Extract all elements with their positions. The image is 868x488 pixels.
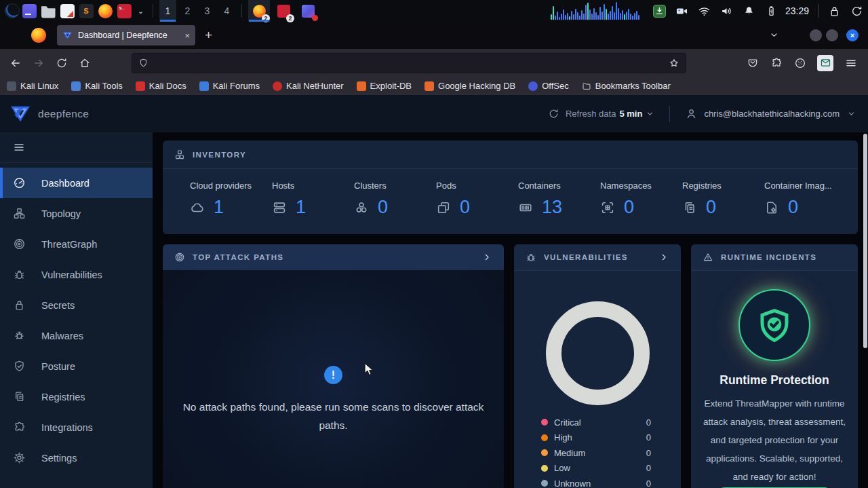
- workspace-4[interactable]: 4: [218, 0, 235, 22]
- tab-close-button[interactable]: ×: [184, 31, 190, 41]
- dashboard-content: INVENTORY Cloud providers1Hosts1Clusters…: [153, 132, 868, 488]
- brand-name: deepfence: [38, 108, 89, 120]
- inventory-stat-container-imag-[interactable]: Container Imag...0: [764, 181, 846, 218]
- sidebar-item-label: Secrets: [41, 300, 75, 311]
- inventory-stat-pods[interactable]: Pods0: [436, 181, 518, 218]
- inventory-stat-registries[interactable]: Registries0: [682, 181, 764, 218]
- stat-value: 0: [788, 197, 798, 218]
- legend-label: Low: [554, 463, 570, 473]
- volume-tray-icon[interactable]: [720, 5, 733, 18]
- workspace-2[interactable]: 2: [179, 0, 196, 22]
- launcher-expander-launcher-icon[interactable]: ⌄: [136, 4, 146, 18]
- bookmark-favicon: [357, 81, 366, 91]
- list-all-tabs-icon[interactable]: [769, 30, 779, 40]
- chevron-right-icon[interactable]: [658, 252, 669, 263]
- browser-menu-button[interactable]: [845, 57, 857, 69]
- notifications-tray-icon[interactable]: [743, 5, 755, 18]
- legend-row-medium: Medium0: [541, 445, 651, 461]
- extensions-icon[interactable]: [770, 57, 783, 69]
- sidebar-item-secrets[interactable]: Secrets: [0, 290, 153, 320]
- firefox-launcher-icon[interactable]: [98, 4, 113, 18]
- bookmark-offsec[interactable]: OffSec: [528, 81, 569, 91]
- inventory-stat-containers[interactable]: Containers13: [518, 181, 600, 218]
- sublime-launcher-icon[interactable]: S: [79, 4, 94, 18]
- mail-extension-button[interactable]: [817, 55, 833, 71]
- sidebar-item-malwares[interactable]: Malwares: [0, 320, 153, 351]
- browser-tab[interactable]: Dashboard | Deepfence ×: [57, 25, 195, 45]
- inventory-stat-hosts[interactable]: Hosts1: [272, 181, 354, 218]
- workspace-3[interactable]: 3: [199, 0, 216, 22]
- bookmark-exploit-db[interactable]: Exploit-DB: [357, 81, 412, 91]
- shield-check-icon: [756, 307, 793, 343]
- bookmark-kali-nethunter[interactable]: Kali NetHunter: [273, 81, 344, 91]
- bookmark-label: Kali Tools: [85, 81, 122, 91]
- sidebar-item-dashboard[interactable]: Dashboard: [0, 168, 153, 198]
- tracking-protection-shield-icon[interactable]: [138, 58, 149, 68]
- user-email: chris@blackhatethicalhacking.com: [704, 109, 840, 119]
- screenshot-tool-launcher-icon[interactable]: s_: [117, 4, 132, 18]
- kali-menu-launcher-icon[interactable]: [5, 3, 20, 18]
- app-header: deepfence Refresh data 5 min chris@black…: [0, 95, 868, 132]
- screenshot-tool-taskbar-button[interactable]: 2: [273, 0, 294, 22]
- sidebar-item-integrations[interactable]: Integrations: [0, 412, 153, 443]
- sidebar-collapse-icon[interactable]: [13, 141, 25, 153]
- browser-tab-bar: Dashboard | Deepfence × + ×: [0, 22, 868, 49]
- home-button[interactable]: [79, 57, 91, 69]
- bookmark-kali-tools[interactable]: Kali Tools: [71, 81, 122, 91]
- sidebar-item-posture[interactable]: Posture: [0, 351, 153, 381]
- sidebar-item-label: Dashboard: [41, 178, 90, 189]
- sidebar-item-threatgraph[interactable]: ThreatGraph: [0, 229, 153, 259]
- inventory-stat-namespaces[interactable]: Namespaces0: [600, 181, 682, 218]
- stat-value: 0: [706, 197, 716, 218]
- firefox-taskbar-button[interactable]: 2: [248, 0, 270, 22]
- battery-tray-icon[interactable]: [765, 5, 778, 18]
- workspace-1[interactable]: 1: [159, 0, 176, 22]
- cookie-extension-icon[interactable]: [794, 57, 806, 69]
- screen: Ss_⌄ 1234 22 23:29 Dashboard | Deepfence…: [0, 0, 868, 488]
- runtime-incidents-panel: RUNTIME INCIDENTS Runtime Protection Ext…: [691, 244, 858, 488]
- power-session-icon[interactable]: [850, 5, 863, 18]
- window-maximize-button[interactable]: [826, 29, 838, 41]
- url-bar[interactable]: [132, 53, 686, 73]
- chevron-right-icon[interactable]: [481, 252, 492, 263]
- system-top-bar: Ss_⌄ 1234 22 23:29: [0, 0, 868, 22]
- bookmarks-toolbar: Kali LinuxKali ToolsKali DocsKali Forums…: [0, 77, 868, 95]
- remote-window-taskbar-button[interactable]: [297, 0, 319, 22]
- chevron-down-icon: [847, 109, 856, 118]
- pocket-icon[interactable]: [747, 57, 759, 69]
- download-tray-icon[interactable]: [653, 5, 666, 18]
- window-minimize-button[interactable]: [810, 29, 822, 41]
- text-editor-launcher-icon[interactable]: [60, 4, 75, 18]
- refresh-data-control[interactable]: Refresh data 5 min: [548, 108, 654, 119]
- terminal-launcher-icon[interactable]: [22, 4, 37, 18]
- inventory-stat-clusters[interactable]: Clusters0: [354, 181, 436, 218]
- user-menu[interactable]: chris@blackhatethicalhacking.com: [685, 107, 856, 120]
- bookmark-kali-forums[interactable]: Kali Forums: [199, 81, 260, 91]
- page-scrollbar[interactable]: [863, 134, 867, 348]
- legend-row-unknown: Unknown0: [541, 476, 651, 488]
- reload-button[interactable]: [56, 57, 68, 69]
- wifi-tray-icon[interactable]: [698, 5, 711, 18]
- inventory-stat-cloud-providers[interactable]: Cloud providers1: [190, 181, 272, 218]
- lock-session-icon[interactable]: [828, 5, 841, 18]
- bookmark-label: Bookmarks Toolbar: [595, 81, 671, 91]
- stat-value: 0: [624, 197, 634, 218]
- sidebar-item-settings[interactable]: Settings: [0, 443, 153, 473]
- camera-tray-icon[interactable]: [675, 5, 688, 18]
- legend-row-high: High0: [541, 430, 651, 446]
- bookmark-kali-linux[interactable]: Kali Linux: [7, 81, 58, 91]
- bookmark-star-icon[interactable]: [669, 58, 679, 69]
- forward-button[interactable]: [33, 57, 45, 69]
- bookmark-bookmarks-toolbar[interactable]: Bookmarks Toolbar: [582, 81, 671, 91]
- refresh-interval: 5 min: [619, 109, 642, 119]
- file-manager-launcher-icon[interactable]: [41, 4, 56, 18]
- bookmark-google-hacking-db[interactable]: Google Hacking DB: [425, 81, 515, 91]
- sidebar-item-topology[interactable]: Topology: [0, 198, 153, 229]
- sidebar-item-vulnerabilities[interactable]: Vulnerabilities: [0, 259, 153, 290]
- window-close-button[interactable]: ×: [846, 29, 859, 41]
- sidebar-item-registries[interactable]: Registries: [0, 381, 153, 412]
- new-tab-button[interactable]: +: [205, 28, 212, 43]
- back-button[interactable]: [9, 57, 22, 69]
- attack-paths-title: TOP ATTACK PATHS: [193, 253, 283, 261]
- bookmark-kali-docs[interactable]: Kali Docs: [136, 81, 186, 91]
